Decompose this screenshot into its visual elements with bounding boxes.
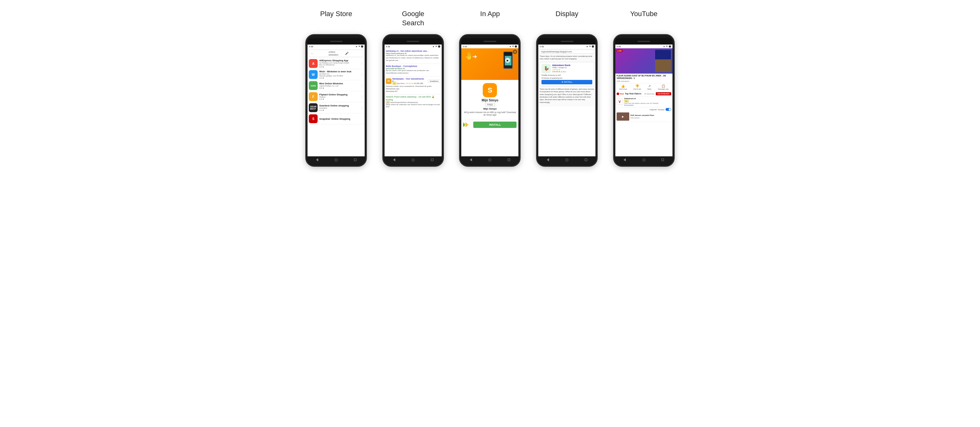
- nav-home-2[interactable]: [411, 158, 415, 162]
- phone-top-bar-3: [461, 38, 519, 45]
- gs-result-1[interactable]: wehkamp.nl - het online warenhuis van...…: [386, 49, 441, 62]
- nav-recent-1[interactable]: [353, 158, 357, 162]
- speaker-2: [407, 41, 419, 42]
- ps-app-row-2[interactable]: W Wish - Winkelen is weer leuk Ad Wish I…: [307, 69, 365, 80]
- gs-app-icon: M: [386, 78, 391, 84]
- nav-recent-5[interactable]: [661, 158, 665, 162]
- google-search-screen: wehkamp.nl - het online warenhuis van...…: [385, 48, 442, 156]
- column-youtube: YouTube 4:48 ▲ ▼ ⬤ LIVE: [608, 10, 679, 167]
- yt-video-person: [655, 50, 671, 72]
- gs-result-3[interactable]: M Marktplaats - Voor tweedehands e... Ad…: [386, 78, 441, 92]
- yt-next-info: Dolf Jansen verwelzt Fleur Dolf Jansen: [630, 114, 671, 118]
- yt-subscribe-button[interactable]: ABONNEREN: [656, 92, 671, 96]
- ps-app-info-5: Gearbest Online shopping Gearbest 4.1 ★: [319, 104, 359, 111]
- phone-bottom-bar-1: [307, 156, 365, 163]
- yt-like-icon: 👍: [621, 84, 625, 88]
- ia-app-name2: Mijn Simyo: [484, 107, 496, 110]
- display-url-bar[interactable]: mypocketdreamapp.blogspot.com: [539, 49, 594, 54]
- nav-home-4[interactable]: [565, 158, 569, 162]
- nav-home-1[interactable]: [334, 158, 338, 162]
- nav-back-2[interactable]: [392, 158, 396, 162]
- play-store-title: Play Store: [320, 10, 352, 29]
- yt-download-link[interactable]: Downloaden: [624, 104, 671, 106]
- nav-back-5[interactable]: [623, 158, 627, 162]
- ps-dots-2[interactable]: ⋮: [360, 73, 363, 76]
- status-bar-4: 4:48 ▲ ▼ ⬤: [538, 45, 595, 48]
- speaker-3: [484, 41, 496, 42]
- phone-top-bar-2: [385, 38, 442, 45]
- svg-marker-2: [465, 123, 469, 127]
- display-text-2: There are all sorts of different kinds o…: [539, 88, 594, 104]
- ps-search-bar[interactable]: ← online winkelen 🎤: [309, 49, 363, 57]
- yt-next-video[interactable]: ▶ Dolf Jansen verwelzt Fleur Dolf Jansen: [615, 112, 673, 122]
- phone-play-store: 4:48 ▲ ▼ ⬤ ← online winkelen 🎤 A AliExpr…: [305, 34, 367, 167]
- yt-dislike-icon: 👎: [635, 84, 639, 88]
- nav-home-3[interactable]: [488, 158, 492, 162]
- display-install-button[interactable]: ⬇ INSTALL: [541, 80, 592, 84]
- in-app-title: In App: [480, 10, 500, 29]
- status-bar-3: 4:48 ▲ ▼ ⬤: [461, 45, 519, 48]
- ps-app-row-3[interactable]: mini Mini Online Winkelen LightInTheBox …: [307, 80, 365, 91]
- ps-app-icon-5: GEARBEST: [309, 103, 318, 112]
- ps-back-icon[interactable]: ←: [311, 52, 327, 55]
- nav-recent-3[interactable]: [507, 158, 511, 162]
- yt-action-share[interactable]: ↗ Delen: [647, 84, 651, 90]
- yt-ad-suggestion[interactable]: V Volkskrant.nl Ads Lees hier het laatst…: [615, 97, 673, 107]
- yt-actions-bar: 👍 Vind ik leuk 👎 Vind ik niet ↗ Delen 📋 …: [615, 83, 673, 91]
- ps-app-icon-4: F: [309, 92, 318, 101]
- yt-next-thumb: ▶: [617, 112, 629, 121]
- nav-home-5[interactable]: [642, 158, 646, 162]
- ia-install-button[interactable]: INSTALL: [473, 122, 517, 128]
- yt-viral-label: Viral: [620, 93, 624, 95]
- yt-video-thumbnail[interactable]: LIVE: [615, 48, 673, 73]
- in-app-screen: ✕ 🤚 ➜ ▶ S: [461, 48, 519, 156]
- ps-dots-4[interactable]: ⋮: [360, 95, 363, 99]
- yt-autoplay-toggle[interactable]: [665, 108, 671, 111]
- ps-mic-icon[interactable]: 🎤: [345, 52, 361, 55]
- ps-app-row-4[interactable]: F Flipkart Online Shopping Flipkart 4.2 …: [307, 91, 365, 102]
- ps-app-info-6: Snapdeal: Online Shopping: [319, 118, 363, 120]
- gs-install-button[interactable]: Installeren: [428, 80, 441, 83]
- phone-bottom-bar-3: [461, 156, 519, 163]
- ps-dots-3[interactable]: ⋮: [360, 84, 363, 88]
- display-ad-desc2: 25 levels of quacking fun.: [541, 77, 592, 79]
- ia-app-icon: S: [483, 83, 497, 97]
- phone-google-search: 4:48 ▲ ▼ ⬤ wehkamp.nl - het online waren…: [382, 34, 444, 167]
- nav-recent-2[interactable]: [430, 158, 434, 162]
- display-title: Display: [556, 10, 578, 29]
- ps-dots-5[interactable]: ⋮: [360, 106, 363, 110]
- ia-bottom-bar: INSTALL: [461, 120, 519, 129]
- yt-action-dislike[interactable]: 👎 Vind ik niet: [633, 84, 641, 90]
- ps-app-row-5[interactable]: GEARBEST Gearbest Online shopping Gearbe…: [307, 102, 365, 113]
- display-ad-desc1: Paddle furiously to win!: [541, 74, 592, 76]
- display-ad-stars: ★★★★★: [552, 69, 592, 71]
- yt-volgende-label: Volgende: [649, 108, 657, 110]
- gs-result-2[interactable]: Belle Boutique - Conceptstore www.belle-…: [386, 65, 441, 75]
- gs-result-4[interactable]: SisterS Point online webshop - tot wel 6…: [386, 96, 441, 108]
- yt-viral-dot: [617, 92, 619, 95]
- ps-app-icon-1: A: [309, 59, 318, 68]
- yt-action-like[interactable]: 👍 Vind ik leuk: [619, 84, 627, 90]
- yt-channel-subs: 2K abonnees: [644, 93, 654, 95]
- phone-in-app: 4:48 ▲ ▼ ⬤ ✕ 🤚 ➜: [459, 34, 520, 167]
- ps-app-icon-6: S: [309, 114, 318, 123]
- yt-action-add[interactable]: 📋 Toevoegen aan: [658, 84, 668, 90]
- play-store-screen: ← online winkelen 🎤 A AliExpress Shoppin…: [307, 48, 365, 156]
- nav-back-4[interactable]: [546, 158, 550, 162]
- speaker-5: [638, 41, 650, 42]
- column-in-app: In App 4:48 ▲ ▼ ⬤ ✕ 🤚 ➜: [454, 10, 526, 167]
- ps-dots-1[interactable]: ⋮: [360, 62, 363, 65]
- display-ad-card[interactable]: 🦆 Adventure Duck FREE • Google Inc. ★★★★…: [539, 62, 594, 86]
- status-bar-5: 4:48 ▲ ▼ ⬤: [615, 45, 673, 48]
- yt-channel-name[interactable]: Top Viral Video's: [625, 92, 643, 95]
- ps-app-row-6[interactable]: S Snapdeal: Online Shopping: [307, 113, 365, 124]
- ps-app-row-1[interactable]: A AliExpress Shopping App Ad Alibaba.com…: [307, 58, 365, 69]
- ps-app-info-1: AliExpress Shopping App Ad Alibaba.com H…: [319, 59, 359, 68]
- yt-video-title: FLEUR AGEMA GAAT AF BIJ PAUW EN JINEK - …: [617, 75, 671, 80]
- nav-back-3[interactable]: [469, 158, 473, 162]
- youtube-screen: LIVE FLEUR AGEMA GAAT AF BIJ PAUW EN JIN…: [615, 48, 673, 156]
- display-ad-info: Adventure Duck FREE • Google Inc. ★★★★★ …: [552, 64, 592, 73]
- nav-recent-4[interactable]: [584, 158, 588, 162]
- yt-next-title: Dolf Jansen verwelzt Fleur: [630, 114, 671, 116]
- nav-back-1[interactable]: [315, 158, 319, 162]
